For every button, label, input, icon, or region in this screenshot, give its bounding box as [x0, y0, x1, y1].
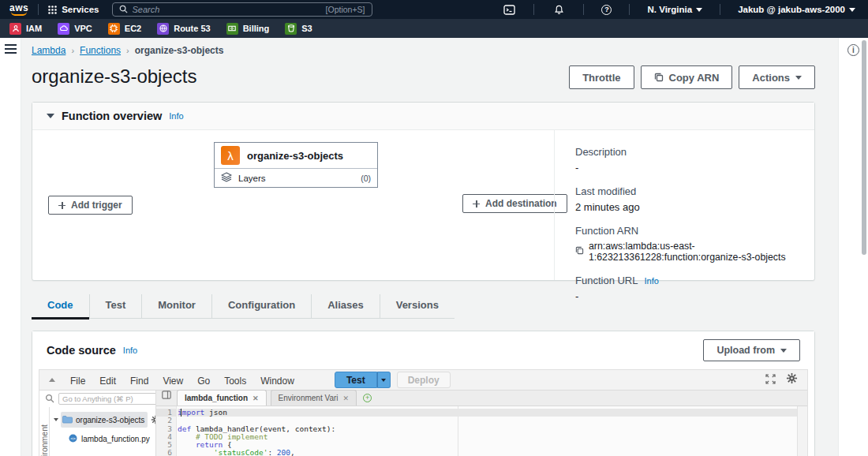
favorite-iam[interactable]: IAM	[9, 23, 42, 35]
editor-scrollbar-track[interactable]	[797, 406, 807, 456]
region-selector[interactable]: N. Virginia	[647, 5, 702, 14]
line-number: 3	[156, 425, 176, 433]
upload-from-button[interactable]: Upload from	[703, 339, 800, 361]
favorite-label: IAM	[26, 24, 42, 33]
tab-configuration[interactable]: Configuration	[211, 294, 311, 318]
function-overview-card: Function overview Info λ organize-s3-obj…	[32, 102, 815, 281]
menu-file[interactable]: File	[63, 376, 92, 387]
function-url-label: Function URL Info	[575, 275, 794, 286]
search-shortcut-hint: [Option+S]	[326, 5, 365, 14]
tab-code[interactable]: Code	[32, 294, 89, 318]
environment-tab-strip[interactable]: Environment	[39, 407, 50, 456]
hamburger-menu-icon[interactable]	[5, 44, 17, 54]
close-icon[interactable]: ✕	[343, 394, 350, 402]
test-button[interactable]: Test	[335, 372, 377, 388]
menu-find[interactable]: Find	[123, 376, 155, 387]
favorite-route-53[interactable]: Route 53	[157, 23, 210, 35]
deploy-button[interactable]: Deploy	[397, 372, 451, 388]
caret-down-icon	[795, 76, 802, 80]
add-destination-button[interactable]: Add destination	[462, 194, 567, 213]
copy-arn-button[interactable]: Copy ARN	[641, 65, 733, 89]
search-input[interactable]	[133, 5, 326, 14]
info-link[interactable]: Info	[644, 276, 658, 286]
editor-tab-environment-variables[interactable]: Environment Vari ✕	[271, 390, 357, 406]
aws-logo[interactable]: aws	[9, 4, 28, 16]
code-line: # TODO implement	[178, 433, 797, 441]
menu-view[interactable]: View	[155, 376, 190, 387]
topbar-right: ? N. Virginia Jakub @ jakub-aws-2000	[502, 3, 855, 16]
function-url-label-text: Function URL	[575, 275, 638, 286]
tab-test[interactable]: Test	[89, 294, 142, 318]
tree-file-row[interactable]: <> lambda_function.py	[50, 432, 169, 446]
layers-row[interactable]: Layers (0)	[215, 168, 377, 187]
favorite-ec2[interactable]: EC2	[108, 23, 141, 35]
actions-button[interactable]: Actions	[739, 65, 815, 89]
navigator-toggle-icon[interactable]	[162, 388, 171, 402]
function-overview-body: λ organize-s3-objects Layers (0)	[32, 130, 814, 280]
menu-go[interactable]: Go	[190, 376, 217, 387]
line-number: 5	[156, 441, 176, 449]
global-search[interactable]: [Option+S]	[112, 2, 372, 17]
collapse-triangle-icon	[47, 114, 54, 118]
add-trigger-button[interactable]: Add trigger	[48, 196, 133, 215]
python-file-icon: <>	[69, 432, 77, 446]
add-destination-label: Add destination	[485, 198, 557, 209]
region-label: N. Virginia	[647, 5, 692, 14]
editor-tab-lambda-function[interactable]: lambda_function ✕	[177, 390, 267, 406]
fullscreen-icon[interactable]	[765, 373, 776, 387]
favorites-bar: IAMVPCEC2Route 53BillingS3	[0, 19, 868, 38]
tab-versions[interactable]: Versions	[380, 294, 455, 318]
console-frame: Lambda › Functions › organize-s3-objects…	[0, 38, 868, 456]
caret-down-icon	[381, 379, 386, 382]
code-source-header: Code source Info Upload from	[32, 331, 814, 369]
test-dropdown-arrow[interactable]	[377, 372, 391, 388]
main-content: Lambda › Functions › organize-s3-objects…	[21, 38, 838, 456]
ec2-icon	[108, 23, 120, 35]
function-overview-header[interactable]: Function overview Info	[32, 103, 814, 130]
divider	[629, 4, 630, 15]
new-tab-plus-icon[interactable]: +	[363, 394, 372, 402]
favorite-s3[interactable]: S3	[285, 23, 312, 35]
copy-icon[interactable]	[575, 246, 584, 257]
aws-logo-text: aws	[9, 4, 28, 12]
breadcrumb-lambda[interactable]: Lambda	[32, 45, 65, 56]
test-split-button[interactable]: Test	[335, 372, 391, 388]
function-diagram-node[interactable]: λ organize-s3-objects Layers (0)	[214, 142, 378, 188]
throttle-button[interactable]: Throttle	[569, 65, 634, 89]
environment-label: Environment	[39, 411, 49, 456]
divider	[38, 4, 39, 15]
lambda-icon: λ	[221, 146, 240, 165]
favorite-vpc[interactable]: VPC	[58, 23, 92, 35]
menu-window[interactable]: Window	[253, 376, 301, 387]
tab-aliases[interactable]: Aliases	[311, 294, 380, 318]
collapse-up-icon[interactable]	[49, 378, 55, 382]
breadcrumb-functions[interactable]: Functions	[80, 45, 121, 56]
menu-edit[interactable]: Edit	[92, 376, 123, 387]
tab-monitor[interactable]: Monitor	[141, 294, 211, 318]
throttle-label: Throttle	[582, 72, 620, 84]
info-link[interactable]: Info	[169, 111, 183, 121]
cloudshell-icon[interactable]	[502, 3, 516, 16]
account-menu[interactable]: Jakub @ jakub-aws-2000	[738, 5, 855, 14]
help-icon[interactable]: ?	[601, 5, 612, 15]
aws-console-page: aws Services [Option+S] ?	[0, 0, 868, 456]
menu-tools[interactable]: Tools	[217, 376, 253, 387]
tree-folder-row[interactable]: organize-s3-objects	[50, 412, 169, 428]
services-menu[interactable]: Services	[48, 5, 99, 14]
editor-tabbar: lambda_function ✕ Environment Vari ✕ +	[156, 391, 807, 406]
search-icon	[119, 2, 128, 17]
settings-gear-icon[interactable]	[786, 372, 798, 387]
code-text-area[interactable]: 12345678 import jsondef lambda_handler(e…	[156, 406, 807, 456]
close-icon[interactable]: ✕	[253, 394, 259, 402]
favorite-billing[interactable]: Billing	[226, 23, 270, 35]
info-link[interactable]: Info	[123, 346, 137, 355]
notifications-bell-icon[interactable]	[552, 3, 566, 16]
function-tabs: CodeTestMonitorConfigurationAliasesVersi…	[32, 294, 455, 319]
ide-menus: FileEditFindViewGoToolsWindow	[63, 373, 301, 387]
caret-down-icon	[54, 418, 58, 421]
breadcrumb-current: organize-s3-objects	[135, 45, 224, 56]
description-label: Description	[575, 146, 794, 158]
goto-anything-input[interactable]	[58, 393, 170, 405]
page-scrollbar-thumb[interactable]	[862, 40, 866, 255]
info-panel-icon[interactable]: i	[847, 44, 859, 56]
